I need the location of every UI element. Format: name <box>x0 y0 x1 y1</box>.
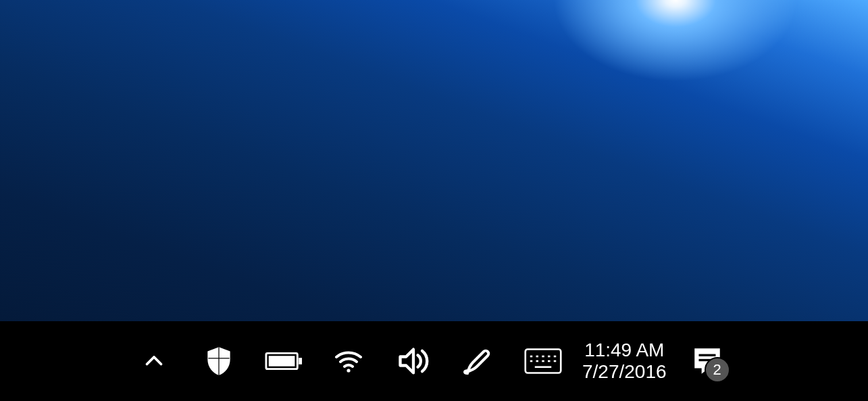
battery-icon <box>265 349 303 373</box>
wifi-tray[interactable] <box>330 342 367 380</box>
notification-count: 2 <box>713 361 721 379</box>
shield-icon <box>202 344 236 378</box>
touch-keyboard-tray[interactable] <box>524 342 562 380</box>
volume-tray[interactable] <box>394 342 432 380</box>
svg-marker-4 <box>401 350 414 373</box>
wifi-icon <box>332 345 365 377</box>
pen-ink-tray[interactable] <box>459 342 497 380</box>
clock-date: 7/27/2016 <box>582 361 667 383</box>
windows-defender-tray[interactable] <box>200 342 238 380</box>
speaker-icon <box>396 344 431 379</box>
svg-rect-1 <box>269 356 295 366</box>
keyboard-icon <box>524 346 562 376</box>
taskbar: 11:49 AM 7/27/2016 2 <box>0 321 868 401</box>
svg-rect-2 <box>299 358 302 364</box>
show-hidden-icons-button[interactable] <box>135 342 173 380</box>
chevron-up-icon <box>142 349 166 373</box>
svg-rect-17 <box>698 354 715 356</box>
pen-icon <box>462 345 494 377</box>
desktop-wallpaper[interactable] <box>0 0 868 321</box>
notification-badge: 2 <box>705 357 730 383</box>
battery-tray[interactable] <box>265 342 303 380</box>
system-tray <box>135 342 562 380</box>
action-center-button[interactable]: 2 <box>687 341 727 381</box>
taskbar-clock[interactable]: 11:49 AM 7/27/2016 <box>582 339 667 383</box>
clock-time: 11:49 AM <box>582 339 667 361</box>
svg-point-3 <box>347 369 350 372</box>
